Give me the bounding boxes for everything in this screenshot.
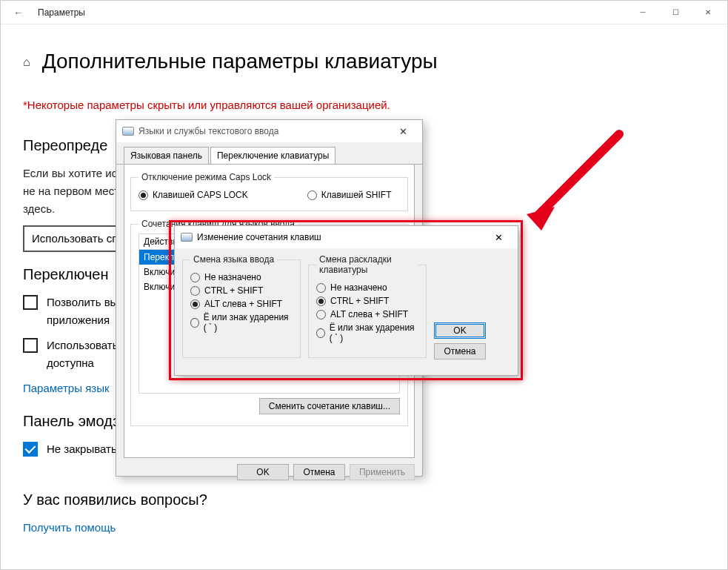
input-language-group: Смена языка ввода Не назначено CTRL + SH… <box>182 254 301 358</box>
input-language-legend: Смена языка ввода <box>190 254 277 265</box>
keyboard-layout-legend: Смена раскладки клавиатуры <box>316 254 418 275</box>
help-heading: У вас появились вопросы? <box>23 488 705 511</box>
dlg1-title: Языки и службы текстового ввода <box>138 126 278 136</box>
layout-radio-grave[interactable]: Ё или знак ударения ( ` ) <box>316 322 418 343</box>
titlebar: ← Параметры ─ ☐ ✕ <box>1 1 727 24</box>
caps-lock-radio-shift[interactable]: Клавишей SHIFT <box>307 190 392 200</box>
keyboard-layout-group: Смена раскладки клавиатуры Не назначено … <box>308 254 427 358</box>
tab-keyboard-switching[interactable]: Переключение клавиатуры <box>210 147 335 164</box>
back-button[interactable]: ← <box>4 7 33 19</box>
keyboard-icon <box>122 127 134 136</box>
window-controls: ─ ☐ ✕ <box>627 2 724 23</box>
dlg1-apply-button[interactable]: Применить <box>350 464 415 480</box>
change-shortcut-button[interactable]: Сменить сочетание клавиш... <box>259 398 400 414</box>
dlg2-close-button[interactable]: ✕ <box>485 232 512 243</box>
dlg1-ok-button[interactable]: OK <box>237 464 289 480</box>
dlg2-titlebar[interactable]: Изменение сочетания клавиш ✕ <box>175 226 518 248</box>
lang-radio-grave[interactable]: Ё или знак ударения ( ` ) <box>190 312 293 333</box>
home-icon[interactable]: ⌂ <box>23 53 30 72</box>
dlg2-ok-button[interactable]: OK <box>434 322 486 339</box>
page-title: Дополнительные параметры клавиатуры <box>42 45 438 79</box>
tab-language-bar[interactable]: Языковая панель <box>124 147 209 164</box>
layout-radio-ctrl-shift[interactable]: CTRL + SHIFT <box>316 296 418 306</box>
get-help-link[interactable]: Получить помощь <box>23 519 705 537</box>
dlg2-title: Изменение сочетания клавиш <box>197 232 321 242</box>
lang-radio-alt-shift[interactable]: ALT слева + SHIFT <box>190 299 293 309</box>
per-app-input-label: Позволить выбприложения <box>47 294 124 329</box>
emoji-panel-checkbox[interactable] <box>23 442 38 457</box>
close-button[interactable]: ✕ <box>692 2 724 23</box>
dlg2-cancel-button[interactable]: Отмена <box>434 343 486 359</box>
lang-radio-none[interactable]: Не назначено <box>190 272 293 282</box>
caps-lock-legend: Отключение режима Caps Lock <box>138 172 274 182</box>
desktop-lang-bar-checkbox[interactable] <box>23 338 38 353</box>
layout-radio-alt-shift[interactable]: ALT слева + SHIFT <box>316 309 418 319</box>
change-shortcut-dialog: Изменение сочетания клавиш ✕ Смена языка… <box>174 225 518 376</box>
dlg1-tabs: Языковая панель Переключение клавиатуры <box>116 142 422 165</box>
dlg1-titlebar[interactable]: Языки и службы текстового ввода ✕ <box>116 120 422 142</box>
policy-notice: *Некоторые параметры скрыты или управляю… <box>23 96 705 114</box>
desktop-lang-bar-label: Использоватьдоступна <box>47 337 118 372</box>
lang-radio-ctrl-shift[interactable]: CTRL + SHIFT <box>190 285 293 296</box>
per-app-input-checkbox[interactable] <box>23 295 38 310</box>
dlg1-cancel-button[interactable]: Отмена <box>293 464 345 480</box>
window-title: Параметры <box>38 7 85 18</box>
keyboard-icon <box>181 233 193 242</box>
minimize-button[interactable]: ─ <box>627 2 659 23</box>
caps-lock-group: Отключение режима Caps Lock Клавишей CAP… <box>130 172 408 211</box>
layout-radio-none[interactable]: Не назначено <box>316 282 418 293</box>
caps-lock-radio-capslock[interactable]: Клавишей CAPS LOCK <box>138 190 248 200</box>
dlg1-close-button[interactable]: ✕ <box>390 126 416 137</box>
maximize-button[interactable]: ☐ <box>659 2 692 23</box>
